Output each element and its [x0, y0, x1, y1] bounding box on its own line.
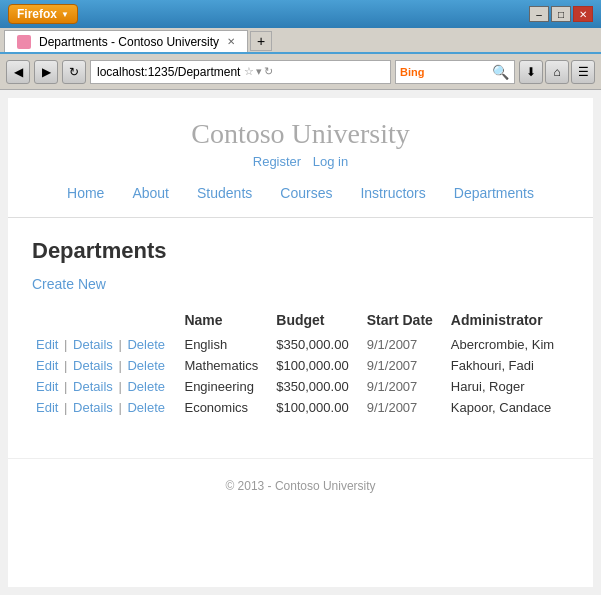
new-tab-button[interactable]: +	[250, 31, 272, 51]
nav-instructors[interactable]: Instructors	[346, 181, 439, 205]
delete-link-3[interactable]: Delete	[127, 400, 165, 415]
sep: |	[118, 337, 121, 352]
nav-about[interactable]: About	[118, 181, 183, 205]
edit-link-3[interactable]: Edit	[36, 400, 58, 415]
page-title: Departments	[32, 238, 569, 264]
page-body: Departments Create New Name Budget Start…	[8, 218, 593, 438]
delete-link-2[interactable]: Delete	[127, 379, 165, 394]
login-link[interactable]: Log in	[313, 154, 348, 169]
search-box[interactable]: Bing 🔍	[395, 60, 515, 84]
edit-link-1[interactable]: Edit	[36, 358, 58, 373]
search-input[interactable]	[428, 66, 488, 78]
dept-date-0: 9/1/2007	[363, 334, 447, 355]
table-row: Edit | Details | Delete Economics $100,0…	[32, 397, 569, 418]
reload-addr-icon: ↻	[264, 65, 273, 78]
dept-name-2: Engineering	[180, 376, 272, 397]
dept-date-2: 9/1/2007	[363, 376, 447, 397]
back-button[interactable]: ◀	[6, 60, 30, 84]
refresh-button[interactable]: ↻	[62, 60, 86, 84]
tab-title: Departments - Contoso University	[39, 35, 219, 49]
university-title: Contoso University	[8, 118, 593, 150]
address-icons: ☆ ▾ ↻	[244, 65, 273, 78]
bookmark-icon: ☆	[244, 65, 254, 78]
col-startdate: Start Date	[363, 308, 447, 334]
page-footer: © 2013 - Contoso University	[8, 458, 593, 513]
dept-admin-2: Harui, Roger	[447, 376, 569, 397]
download-button[interactable]: ⬇	[519, 60, 543, 84]
tab-close-button[interactable]: ✕	[227, 36, 235, 47]
edit-link-2[interactable]: Edit	[36, 379, 58, 394]
toolbar-buttons: ⬇ ⌂ ☰	[519, 60, 595, 84]
sep: |	[118, 358, 121, 373]
table-row: Edit | Details | Delete Mathematics $100…	[32, 355, 569, 376]
sep: |	[64, 358, 67, 373]
window-controls: – □ ✕	[529, 6, 593, 22]
nav-courses[interactable]: Courses	[266, 181, 346, 205]
edit-link-0[interactable]: Edit	[36, 337, 58, 352]
nav-home[interactable]: Home	[53, 181, 118, 205]
sep: |	[118, 379, 121, 394]
maximize-button[interactable]: □	[551, 6, 571, 22]
dept-admin-0: Abercrombie, Kim	[447, 334, 569, 355]
sep: |	[64, 337, 67, 352]
nav-students[interactable]: Students	[183, 181, 266, 205]
minimize-button[interactable]: –	[529, 6, 549, 22]
row-actions: Edit | Details | Delete	[32, 355, 180, 376]
bing-logo: Bing	[400, 66, 424, 78]
browser-window: Firefox ▼ – □ ✕ Departments - Contoso Un…	[0, 0, 601, 595]
active-tab[interactable]: Departments - Contoso University ✕	[4, 30, 248, 52]
create-new-link[interactable]: Create New	[32, 276, 106, 292]
dept-admin-3: Kapoor, Candace	[447, 397, 569, 418]
settings-button[interactable]: ☰	[571, 60, 595, 84]
search-icon: 🔍	[492, 64, 509, 80]
dept-date-1: 9/1/2007	[363, 355, 447, 376]
firefox-menu-button[interactable]: Firefox ▼	[8, 4, 78, 24]
sep: |	[64, 379, 67, 394]
dept-budget-3: $100,000.00	[272, 397, 362, 418]
nav-menu: Home About Students Courses Instructors …	[8, 173, 593, 209]
nav-departments[interactable]: Departments	[440, 181, 548, 205]
page: Contoso University Register Log in Home …	[8, 98, 593, 587]
col-name: Name	[180, 308, 272, 334]
table-row: Edit | Details | Delete Engineering $350…	[32, 376, 569, 397]
details-link-0[interactable]: Details	[73, 337, 113, 352]
row-actions: Edit | Details | Delete	[32, 334, 180, 355]
bookmark-down-icon: ▾	[256, 65, 262, 78]
sep: |	[64, 400, 67, 415]
dept-date-3: 9/1/2007	[363, 397, 447, 418]
titlebar: Firefox ▼ – □ ✕	[0, 0, 601, 28]
delete-link-1[interactable]: Delete	[127, 358, 165, 373]
row-actions: Edit | Details | Delete	[32, 376, 180, 397]
dept-name-3: Economics	[180, 397, 272, 418]
details-link-1[interactable]: Details	[73, 358, 113, 373]
tab-favicon	[17, 35, 31, 49]
departments-table: Name Budget Start Date Administrator Edi…	[32, 308, 569, 418]
firefox-arrow-icon: ▼	[61, 10, 69, 19]
university-header: Contoso University Register Log in Home …	[8, 98, 593, 218]
address-input[interactable]: localhost:1235/Department ☆ ▾ ↻	[90, 60, 391, 84]
col-actions	[32, 308, 180, 334]
dept-budget-2: $350,000.00	[272, 376, 362, 397]
dept-budget-0: $350,000.00	[272, 334, 362, 355]
delete-link-0[interactable]: Delete	[127, 337, 165, 352]
col-budget: Budget	[272, 308, 362, 334]
footer-text: © 2013 - Contoso University	[225, 479, 375, 493]
address-bar: ◀ ▶ ↻ localhost:1235/Department ☆ ▾ ↻ Bi…	[0, 54, 601, 90]
dept-admin-1: Fakhouri, Fadi	[447, 355, 569, 376]
dept-name-1: Mathematics	[180, 355, 272, 376]
content-area: Contoso University Register Log in Home …	[0, 90, 601, 595]
home-button[interactable]: ⌂	[545, 60, 569, 84]
details-link-2[interactable]: Details	[73, 379, 113, 394]
dept-name-0: English	[180, 334, 272, 355]
close-button[interactable]: ✕	[573, 6, 593, 22]
tabbar: Departments - Contoso University ✕ +	[0, 28, 601, 54]
row-actions: Edit | Details | Delete	[32, 397, 180, 418]
register-link[interactable]: Register	[253, 154, 301, 169]
table-row: Edit | Details | Delete English $350,000…	[32, 334, 569, 355]
dept-budget-1: $100,000.00	[272, 355, 362, 376]
url-text: localhost:1235/Department	[97, 65, 240, 79]
col-administrator: Administrator	[447, 308, 569, 334]
firefox-label: Firefox	[17, 7, 57, 21]
forward-button[interactable]: ▶	[34, 60, 58, 84]
details-link-3[interactable]: Details	[73, 400, 113, 415]
